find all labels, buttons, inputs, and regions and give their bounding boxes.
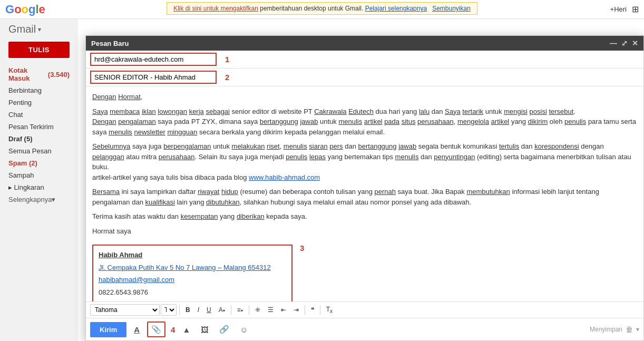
underline-button[interactable]: U	[203, 305, 214, 315]
saving-status: Menyimpan 🗑 ▾	[590, 325, 639, 334]
apps-grid-icon[interactable]: ⊞	[632, 4, 639, 14]
main-layout: Gmail ▾ TULIS Kotak Masuk (3.540) Berbin…	[0, 19, 644, 341]
sidebar-item-important[interactable]: Penting	[0, 96, 78, 109]
body-para-2: Sebelumnya saya juga berpengalaman untuk…	[92, 141, 637, 182]
compose-window: Pesan Baru — ⤢ ✕ 1 2 Dengan Hormat,	[85, 35, 644, 341]
sidebar-item-starred[interactable]: Berbintang	[0, 84, 78, 96]
clear-format-button[interactable]: Tx	[323, 304, 336, 316]
font-family-select[interactable]: Tahoma Arial Times New Roman	[90, 304, 160, 316]
compose-title: Pesan Baru	[91, 40, 129, 47]
signature-name: Habib Ahmad	[99, 250, 286, 260]
compose-subject-row: 2	[86, 69, 643, 86]
signature-box: Habib Ahmad Jl. Cempaka Putih Kav 5 No 7…	[92, 245, 292, 301]
google-logo: Google	[5, 3, 45, 16]
close-icon[interactable]: ✕	[632, 39, 638, 47]
top-right-actions: +Heri ⊞	[610, 4, 639, 14]
expand-icon[interactable]: ⤢	[621, 39, 628, 47]
body-para-1: Saya membaca iklan lowongan kerja sebaga…	[92, 106, 637, 138]
indent-less-button[interactable]: ⇤	[278, 305, 289, 315]
badge-3: 3	[300, 242, 304, 255]
bulleted-list-button[interactable]: ☰	[265, 305, 277, 315]
saving-label: Menyimpan	[590, 326, 622, 333]
activate-notifications-link[interactable]: Klik di sini untuk mengaktifkan	[173, 5, 258, 12]
sidebar-item-sent[interactable]: Pesan Terkirim	[0, 121, 78, 133]
numbered-list-button[interactable]: ⁜	[252, 305, 264, 315]
body-para-3: Bersama ini saya lampirkan daftar riwaya…	[92, 187, 637, 207]
toolbar-separator-4	[305, 305, 305, 315]
sidebar-item-all[interactable]: Semua Pesan	[0, 145, 78, 157]
signature-email: habibahmad@gmail.com	[99, 275, 286, 285]
align-button[interactable]: ≡▾	[234, 305, 246, 315]
badge-4: 4	[171, 325, 175, 334]
content-area: Pesan Baru — ⤢ ✕ 1 2 Dengan Hormat,	[78, 19, 644, 341]
sidebar-item-spam[interactable]: Spam (2)	[0, 157, 78, 169]
blog-link[interactable]: www.habib-ahmad.com	[249, 173, 320, 181]
insert-link-button[interactable]: 🔗	[216, 323, 232, 336]
font-size-select[interactable]: T 8 10 12 14	[161, 304, 177, 316]
sidebar-item-circles[interactable]: ▸ Lingkaran	[0, 181, 78, 193]
compose-header: Pesan Baru — ⤢ ✕	[86, 36, 643, 51]
sidebar-item-chat[interactable]: Chat	[0, 109, 78, 121]
toolbar-separator-2	[231, 305, 231, 315]
toolbar-separator-1	[179, 305, 180, 315]
compose-button[interactable]: TULIS	[8, 42, 70, 58]
sidebar-nav: Kotak Masuk (3.540) Berbintang Penting C…	[0, 64, 78, 206]
sidebar-item-more[interactable]: Selengkapnya▾	[0, 193, 78, 206]
font-color-button[interactable]: A▾	[216, 305, 228, 315]
compose-header-actions: — ⤢ ✕	[610, 39, 638, 47]
sidebar-item-inbox[interactable]: Kotak Masuk (3.540)	[0, 64, 78, 84]
badge-1: 1	[225, 55, 229, 64]
sidebar-item-drafts[interactable]: Draf (5)	[0, 133, 78, 145]
delete-draft-icon[interactable]: 🗑	[626, 325, 633, 334]
badge-2: 2	[225, 73, 229, 82]
top-bar: Google Klik di sini untuk mengaktifkan p…	[0, 0, 644, 19]
signature-phone: 0822.6543.9876	[99, 287, 286, 298]
compose-toolbar: Tahoma Arial Times New Roman T 8 10 12 1…	[86, 301, 643, 318]
compose-bottom-bar: Kirim A 📎 4 ▲ 🖼 🔗 ☺ Menyimpan 🗑 ▾	[86, 318, 643, 340]
hide-link[interactable]: Sembunyikan	[432, 5, 471, 12]
format-text-button[interactable]: A	[131, 323, 143, 336]
bold-button[interactable]: B	[182, 305, 193, 315]
notification-bar: Klik di sini untuk mengaktifkan pemberit…	[167, 2, 477, 15]
signature-email-link[interactable]: habibahmad@gmail.com	[99, 276, 174, 284]
subject-input[interactable]	[90, 71, 217, 84]
to-input[interactable]	[90, 53, 217, 66]
body-salutation: Dengan Hormat,	[92, 92, 637, 102]
toolbar-separator-3	[249, 305, 249, 315]
toolbar-separator-5	[320, 305, 320, 315]
gmail-logo: Gmail ▾	[0, 23, 78, 40]
emoji-button[interactable]: ☺	[237, 323, 251, 336]
body-para-4: Terima kasih atas waktu dan kesempatan y…	[92, 211, 637, 222]
insert-photo-button[interactable]: 🖼	[198, 323, 212, 336]
minimize-icon[interactable]: —	[610, 39, 617, 47]
compose-body[interactable]: Dengan Hormat, Saya membaca iklan lowong…	[86, 86, 643, 301]
notification-main-text: pemberitahuan desktop untuk Gmail.	[260, 5, 365, 12]
signature-address-link[interactable]: Jl. Cempaka Putih Kav 5 No 7 Lawang – Ma…	[99, 264, 271, 271]
indent-more-button[interactable]: ⇥	[290, 305, 302, 315]
user-name: +Heri	[610, 5, 627, 13]
sidebar-item-trash[interactable]: Sampah	[0, 169, 78, 181]
learn-more-link[interactable]: Pelajari selengkapnya	[365, 5, 427, 12]
signature-address: Jl. Cempaka Putih Kav 5 No 7 Lawang – Ma…	[99, 262, 286, 273]
sidebar: Gmail ▾ TULIS Kotak Masuk (3.540) Berbin…	[0, 19, 78, 341]
compose-to-row: 1	[86, 51, 643, 69]
italic-button[interactable]: I	[194, 305, 202, 315]
blockquote-button[interactable]: ❝	[308, 305, 317, 315]
insert-drive-button[interactable]: ▲	[179, 323, 193, 336]
more-options-icon[interactable]: ▾	[636, 326, 639, 333]
attachment-button[interactable]: 📎	[147, 321, 165, 337]
body-closing: Hormat saya	[92, 226, 637, 237]
send-button[interactable]: Kirim	[90, 322, 126, 337]
